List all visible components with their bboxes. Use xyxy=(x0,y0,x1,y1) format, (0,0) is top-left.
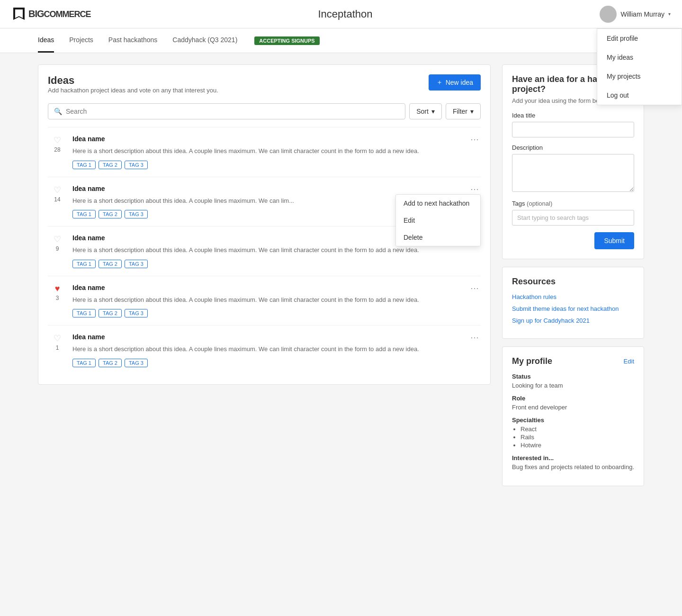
search-icon: 🔍 xyxy=(54,108,62,115)
profile-status-value: Looking for a team xyxy=(512,382,634,389)
search-input[interactable] xyxy=(66,108,399,115)
tag: TAG 2 xyxy=(99,359,122,367)
dropdown-my-projects[interactable]: My projects xyxy=(597,67,682,86)
idea-content: Idea name ⋯ Here is a short description … xyxy=(72,284,481,318)
tag: TAG 3 xyxy=(125,309,148,317)
more-options-button[interactable]: ⋯ xyxy=(468,185,481,193)
idea-title-input[interactable] xyxy=(512,122,634,137)
logo-bigcommerce-text: BIGCOMMERCE xyxy=(28,9,91,19)
idea-name: Idea name xyxy=(72,185,105,192)
idea-content: Idea name ⋯ Here is a short description … xyxy=(72,135,481,169)
right-panel: Have an idea for a hack project? Add you… xyxy=(502,64,644,486)
resource-link-signup[interactable]: Sign up for Caddyhack 2021 xyxy=(512,317,634,324)
context-menu-add-hackathon[interactable]: Add to next hackathon xyxy=(396,195,480,212)
heart-button[interactable]: ♡ xyxy=(54,234,61,245)
tag: TAG 1 xyxy=(72,210,96,218)
profile-status-section: Status Looking for a team xyxy=(512,373,634,389)
vote-count: 3 xyxy=(56,295,59,301)
tag: TAG 3 xyxy=(125,260,148,268)
profile-role-section: Role Front end developer xyxy=(512,395,634,411)
tag: TAG 3 xyxy=(125,210,148,218)
resource-link-rules[interactable]: Hackathon rules xyxy=(512,293,634,300)
heart-button[interactable]: ♡ xyxy=(54,185,61,195)
sort-label: Sort xyxy=(416,108,429,115)
heart-button[interactable]: ♥ xyxy=(55,284,60,294)
new-idea-button[interactable]: ＋ New idea xyxy=(429,74,481,91)
profile-specialties-section: Specialties React Rails Hotwire xyxy=(512,417,634,449)
tag: TAG 2 xyxy=(99,161,122,169)
ideas-panel-title: Ideas xyxy=(48,74,218,87)
search-box[interactable]: 🔍 xyxy=(48,103,405,119)
dropdown-edit-profile[interactable]: Edit profile xyxy=(597,29,682,48)
idea-title-label: Idea title xyxy=(512,112,634,119)
heart-button[interactable]: ♡ xyxy=(54,135,61,145)
profile-edit-link[interactable]: Edit xyxy=(624,358,634,365)
plus-icon: ＋ xyxy=(436,78,443,87)
avatar xyxy=(600,6,617,23)
more-options-button[interactable]: ⋯ xyxy=(468,333,481,342)
ideas-panel-subtitle: Add hackathon project ideas and vote on … xyxy=(48,87,218,94)
user-dropdown: Edit profile My ideas My projects Log ou… xyxy=(597,28,682,105)
sort-button[interactable]: Sort ▾ xyxy=(409,103,442,119)
submit-button[interactable]: Submit xyxy=(594,232,634,249)
filter-label: Filter xyxy=(453,108,467,115)
idea-description: Here is a short description about this i… xyxy=(72,344,481,354)
idea-item: ♡ 1 Idea name ⋯ Here is a short descript… xyxy=(48,325,481,375)
header: BIGCOMMERCE Inceptathon William Murray ▾… xyxy=(0,0,682,28)
tag: TAG 2 xyxy=(99,309,122,317)
more-options-button[interactable]: ⋯ xyxy=(468,284,481,292)
heart-button[interactable]: ♡ xyxy=(54,333,61,344)
tab-ideas[interactable]: Ideas xyxy=(38,28,54,53)
idea-name: Idea name xyxy=(72,284,105,291)
main-content: Ideas Add hackathon project ideas and vo… xyxy=(0,53,682,498)
profile-specialties-label: Specialties xyxy=(512,417,634,424)
idea-name: Idea name xyxy=(72,234,105,242)
idea-title-field: Idea title xyxy=(512,112,634,137)
tab-caddyhack[interactable]: Caddyhack (Q3 2021) xyxy=(172,28,237,53)
tab-projects[interactable]: Projects xyxy=(69,28,93,53)
user-menu-trigger[interactable]: William Murray ▾ xyxy=(600,6,671,23)
tag: TAG 1 xyxy=(72,309,96,317)
context-menu: Add to next hackathon Edit Delete xyxy=(395,194,481,246)
left-panel: Ideas Add hackathon project ideas and vo… xyxy=(38,64,491,486)
description-field: Description xyxy=(512,144,634,193)
tab-past-hackathons[interactable]: Past hackathons xyxy=(108,28,158,53)
vote-count: 28 xyxy=(54,146,60,153)
search-sort-row: 🔍 Sort ▾ Filter ▾ xyxy=(48,103,481,119)
profile-interested-value: Bug fixes and projects related to onboar… xyxy=(512,463,634,471)
description-textarea[interactable] xyxy=(512,154,634,192)
idea-item: ♡ 14 Idea name ⋯ Here is a short descrip… xyxy=(48,177,481,226)
logo: BIGCOMMERCE xyxy=(11,7,91,22)
profile-role-value: Front end developer xyxy=(512,404,634,411)
dropdown-log-out[interactable]: Log out xyxy=(597,86,682,105)
tag: TAG 1 xyxy=(72,161,96,169)
idea-item: ♡ 28 Idea name ⋯ Here is a short descrip… xyxy=(48,127,481,177)
new-idea-label: New idea xyxy=(446,79,473,86)
user-name: William Murray xyxy=(620,10,664,18)
resource-link-themes[interactable]: Submit theme ideas for next hackathon xyxy=(512,305,634,312)
tag: TAG 2 xyxy=(99,210,122,218)
sort-chevron-icon: ▾ xyxy=(431,108,435,115)
context-menu-edit[interactable]: Edit xyxy=(396,212,480,229)
dropdown-my-ideas[interactable]: My ideas xyxy=(597,48,682,67)
filter-button[interactable]: Filter ▾ xyxy=(446,103,481,119)
list-item: Rails xyxy=(520,434,634,441)
idea-description: Here is a short description about this i… xyxy=(72,245,481,255)
context-menu-delete[interactable]: Delete xyxy=(396,229,480,246)
tag: TAG 2 xyxy=(99,260,122,268)
profile-card: My profile Edit Status Looking for a tea… xyxy=(502,346,644,486)
resources-title: Resources xyxy=(512,277,634,287)
vote-count: 14 xyxy=(54,196,60,203)
vote-col: ♡ 28 xyxy=(48,135,67,169)
idea-description: Here is a short description about this i… xyxy=(72,295,481,305)
tags-input[interactable] xyxy=(512,210,634,226)
tags: TAG 1 TAG 2 TAG 3 xyxy=(72,309,481,317)
more-options-button[interactable]: ⋯ xyxy=(468,135,481,144)
vote-col: ♡ 14 xyxy=(48,185,67,219)
tags: TAG 1 TAG 2 TAG 3 xyxy=(72,161,481,169)
tags-label: Tags (optional) xyxy=(512,200,634,207)
chevron-down-icon: ▾ xyxy=(668,11,671,17)
description-label: Description xyxy=(512,144,634,151)
profile-interested-label: Interested in... xyxy=(512,454,634,462)
list-item: Hotwire xyxy=(520,442,634,449)
